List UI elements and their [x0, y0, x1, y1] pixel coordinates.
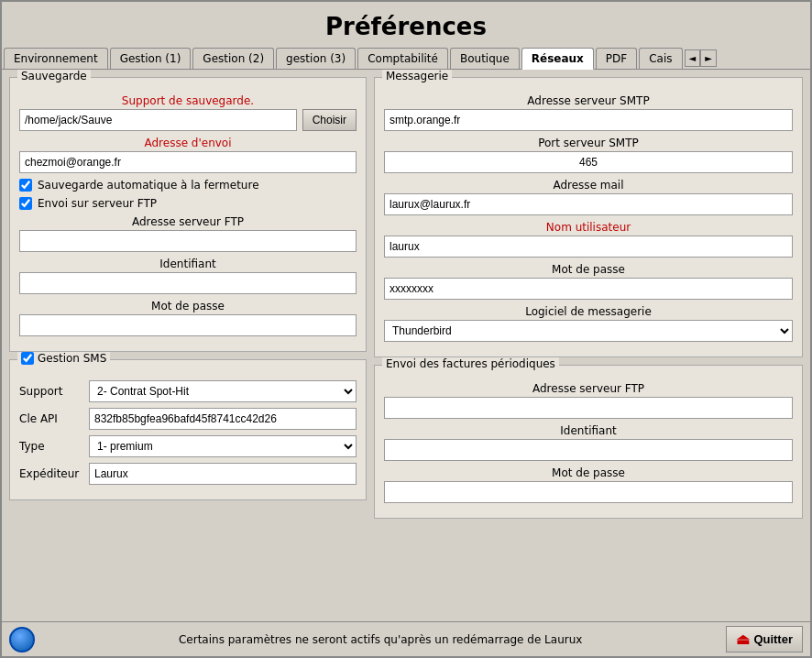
tab-boutique[interactable]: Boutique [450, 48, 520, 69]
sms-expediteur-input[interactable] [89, 463, 357, 485]
ftp-send-row: Envoi sur serveur FTP [19, 197, 357, 210]
tab-pdf[interactable]: PDF [596, 48, 637, 69]
ftp-send-label: Envoi sur serveur FTP [38, 197, 157, 210]
factures-ftp-input[interactable] [384, 397, 793, 419]
sms-support-select[interactable]: 2- Contrat Spot-Hit [89, 380, 357, 402]
factures-mot-de-passe-label: Mot de passe [384, 466, 793, 479]
tab-cais[interactable]: Cais [639, 48, 682, 69]
logiciel-select[interactable]: Thunderbird [384, 320, 793, 342]
page-title: Préférences [2, 13, 810, 40]
sms-cle-api-input[interactable] [89, 408, 357, 430]
tab-scroll-left[interactable]: ◄ [685, 49, 701, 67]
quit-icon: ⏏ [736, 631, 750, 648]
adresse-envoi-label: Adresse d'envoi [19, 137, 357, 149]
status-bar: Certains paramètres ne seront actifs qu'… [2, 621, 810, 656]
sms-expediteur-label: Expéditeur [19, 467, 83, 480]
tab-scroll-right[interactable]: ► [700, 49, 717, 67]
tabs-bar: Environnement Gestion (1) Gestion (2) ge… [2, 48, 810, 70]
sms-support-label: Support [19, 385, 83, 398]
tab-environnement[interactable]: Environnement [4, 48, 108, 69]
quit-label: Quitter [753, 632, 793, 646]
tab-comptabilite[interactable]: Comptabilité [357, 48, 448, 69]
factures-mot-de-passe-input[interactable] [384, 481, 793, 503]
factures-identifiant-label: Identifiant [384, 424, 793, 437]
auto-save-checkbox[interactable] [19, 179, 32, 192]
factures-title: Envoi des factures périodiques [382, 357, 559, 370]
sms-checkbox[interactable] [21, 352, 34, 365]
sauvegarde-group: Sauvegarde Support de sauvegarde. Choisi… [9, 77, 367, 352]
sms-title: Gestion SMS [17, 352, 110, 367]
smtp-input[interactable] [384, 109, 793, 131]
right-panel: Messagerie Adresse serveur SMTP Port ser… [374, 77, 803, 614]
main-window: Préférences Environnement Gestion (1) Ge… [0, 0, 812, 658]
mot-de-passe-input-msg[interactable] [384, 278, 793, 300]
mot-de-passe-input-sauv[interactable] [19, 314, 357, 336]
choose-button[interactable]: Choisir [302, 109, 357, 131]
logiciel-label: Logiciel de messagerie [384, 305, 793, 318]
adresse-mail-input[interactable] [384, 193, 793, 215]
adresse-envoi-input[interactable] [19, 151, 357, 173]
port-label: Port serveur SMTP [384, 137, 793, 149]
identifiant-input-sauv[interactable] [19, 272, 357, 294]
support-label: Support de sauvegarde. [19, 94, 357, 107]
mot-de-passe-label-sauv: Mot de passe [19, 300, 357, 313]
nom-utilisateur-input[interactable] [384, 236, 793, 258]
support-input[interactable] [19, 109, 297, 131]
nom-utilisateur-label: Nom utilisateur [384, 221, 793, 234]
ftp-address-label: Adresse serveur FTP [19, 215, 357, 228]
sms-type-select[interactable]: 1- premium [89, 435, 357, 457]
tab-gestion3[interactable]: gestion (3) [276, 48, 356, 69]
status-message: Certains paramètres ne seront actifs qu'… [42, 633, 719, 646]
auto-save-row: Sauvegarde automatique à la fermeture [19, 179, 357, 192]
sms-type-label: Type [19, 440, 83, 453]
sms-cle-api-label: Cle API [19, 412, 83, 425]
main-content: Sauvegarde Support de sauvegarde. Choisi… [2, 70, 810, 621]
port-input[interactable] [384, 151, 793, 173]
adresse-mail-label: Adresse mail [384, 179, 793, 192]
left-panel: Sauvegarde Support de sauvegarde. Choisi… [9, 77, 367, 614]
sms-group: Gestion SMS Support 2- Contrat Spot-Hit … [9, 359, 367, 500]
ftp-address-input[interactable] [19, 230, 357, 252]
factures-group: Envoi des factures périodiques Adresse s… [374, 365, 803, 519]
tab-reseaux[interactable]: Réseaux [521, 48, 594, 70]
messagerie-group: Messagerie Adresse serveur SMTP Port ser… [374, 77, 803, 357]
ftp-send-checkbox[interactable] [19, 197, 32, 210]
sauvegarde-title: Sauvegarde [17, 70, 91, 82]
title-bar: Préférences [2, 2, 810, 48]
quit-button[interactable]: ⏏ Quitter [726, 626, 803, 653]
tab-gestion2[interactable]: Gestion (2) [192, 48, 274, 69]
mot-de-passe-label-msg: Mot de passe [384, 263, 793, 276]
identifiant-label-sauv: Identifiant [19, 258, 357, 270]
status-icon [9, 627, 35, 653]
tab-gestion1[interactable]: Gestion (1) [110, 48, 192, 69]
smtp-label: Adresse serveur SMTP [384, 94, 793, 107]
messagerie-title: Messagerie [382, 70, 452, 82]
auto-save-label: Sauvegarde automatique à la fermeture [38, 179, 259, 192]
factures-identifiant-input[interactable] [384, 439, 793, 461]
factures-ftp-label: Adresse serveur FTP [384, 382, 793, 395]
